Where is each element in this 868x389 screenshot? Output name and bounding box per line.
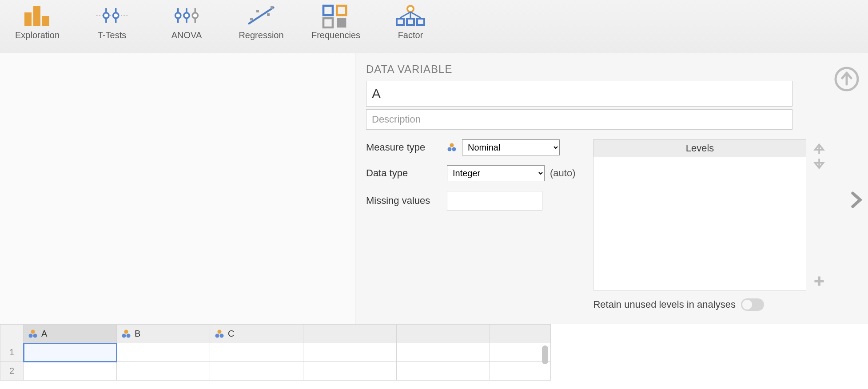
svg-point-44 (218, 329, 222, 333)
svg-rect-27 (397, 19, 404, 25)
column-header[interactable]: A (24, 325, 117, 343)
data-type-select[interactable]: Integer (447, 165, 545, 181)
toolbar-item-factor[interactable]: Factor (384, 4, 437, 40)
svg-rect-20 (337, 6, 346, 15)
svg-point-5 (104, 13, 109, 18)
nominal-icon (28, 329, 38, 338)
svg-rect-22 (337, 18, 346, 28)
data-cell[interactable] (490, 362, 551, 381)
svg-point-9 (175, 13, 181, 18)
data-cell[interactable] (210, 343, 303, 362)
column-label: A (41, 329, 47, 339)
toolbar-label: Regression (239, 30, 283, 40)
svg-rect-0 (24, 12, 32, 26)
svg-line-25 (400, 12, 410, 18)
factor-icon (395, 4, 426, 27)
svg-point-42 (122, 333, 126, 337)
level-move-up-button[interactable] (812, 141, 827, 156)
toolbar-item-regression[interactable]: Regression (235, 4, 288, 40)
nominal-icon (215, 329, 224, 338)
anova-icon (171, 4, 202, 27)
corner-cell (0, 325, 24, 343)
column-label: B (135, 329, 140, 339)
analyses-toolbar: Exploration T-Tests ANOVA (0, 0, 868, 53)
toolbar-item-exploration[interactable]: Exploration (11, 4, 64, 40)
next-variable-button[interactable] (848, 191, 865, 209)
data-cell[interactable] (397, 343, 490, 362)
retain-levels-toggle[interactable] (741, 298, 764, 311)
variable-name-input[interactable] (366, 81, 792, 107)
data-type-label: Data type (366, 167, 442, 179)
variable-description-input[interactable] (366, 109, 792, 130)
data-cell[interactable] (303, 343, 397, 362)
column-header-empty[interactable] (303, 325, 397, 343)
svg-rect-1 (33, 6, 40, 26)
toolbar-item-frequencies[interactable]: Frequencies (309, 4, 362, 40)
variable-editor-area: DATA VARIABLE Measure type Nominal (0, 53, 868, 324)
row-header[interactable]: 2 (0, 362, 24, 381)
column-header-empty[interactable] (490, 325, 551, 343)
levels-header: Levels (593, 140, 806, 157)
variable-editor-panel: DATA VARIABLE Measure type Nominal (355, 53, 868, 324)
panel-heading: DATA VARIABLE (366, 63, 857, 75)
svg-point-31 (448, 147, 452, 151)
data-type-auto-label: (auto) (550, 167, 575, 179)
svg-point-23 (407, 6, 414, 12)
data-cell[interactable] (24, 343, 117, 362)
nominal-icon (121, 329, 131, 338)
bar-chart-icon (22, 4, 53, 27)
data-cell[interactable] (303, 362, 397, 381)
svg-point-32 (452, 147, 456, 151)
toolbar-label: Exploration (15, 30, 60, 40)
row-header[interactable]: 1 (0, 343, 24, 362)
svg-point-39 (29, 333, 33, 337)
svg-point-43 (127, 333, 131, 337)
spreadsheet-area: A B (0, 324, 868, 389)
results-panel (551, 324, 868, 389)
svg-rect-18 (271, 6, 273, 9)
ttests-icon (96, 4, 127, 27)
svg-rect-2 (42, 16, 49, 26)
svg-point-30 (450, 143, 454, 147)
measure-type-row: Measure type Nominal (366, 139, 575, 155)
svg-point-7 (113, 13, 119, 18)
toolbar-label: Frequencies (311, 30, 360, 40)
level-add-button[interactable] (812, 274, 827, 289)
toolbar-item-ttests[interactable]: T-Tests (85, 4, 139, 40)
column-header-empty[interactable] (397, 325, 490, 343)
spreadsheet-scrollbar[interactable] (542, 345, 548, 364)
svg-point-45 (215, 333, 219, 337)
data-cell[interactable] (24, 362, 117, 381)
levels-box: Levels (593, 139, 806, 290)
measure-type-select[interactable]: Nominal (462, 139, 560, 155)
collapse-panel-button[interactable] (834, 67, 859, 91)
svg-rect-28 (407, 19, 414, 25)
svg-rect-29 (417, 19, 424, 25)
column-header[interactable]: C (210, 325, 303, 343)
column-header[interactable]: B (117, 325, 210, 343)
nominal-icon (447, 143, 457, 152)
missing-values-row: Missing values (366, 191, 575, 210)
toolbar-label: T-Tests (98, 30, 126, 40)
svg-rect-21 (323, 18, 333, 28)
svg-line-14 (248, 7, 274, 24)
data-cell[interactable] (117, 362, 210, 381)
frequencies-icon (320, 4, 351, 27)
svg-point-13 (192, 13, 198, 18)
data-cell[interactable] (117, 343, 210, 362)
measure-type-label: Measure type (366, 142, 442, 153)
missing-values-label: Missing values (366, 195, 442, 206)
toolbar-item-anova[interactable]: ANOVA (160, 4, 213, 40)
levels-list[interactable] (593, 157, 806, 290)
svg-rect-16 (256, 10, 259, 12)
retain-levels-label: Retain unused levels in analyses (593, 299, 735, 310)
data-cell[interactable] (490, 343, 551, 362)
data-cell[interactable] (210, 362, 303, 381)
data-cell[interactable] (397, 362, 490, 381)
toolbar-label: ANOVA (171, 30, 202, 40)
missing-values-input[interactable] (447, 191, 542, 210)
data-spreadsheet[interactable]: A B (0, 324, 551, 381)
level-move-down-button[interactable] (812, 156, 827, 171)
svg-point-38 (31, 329, 35, 333)
svg-point-40 (33, 333, 37, 337)
